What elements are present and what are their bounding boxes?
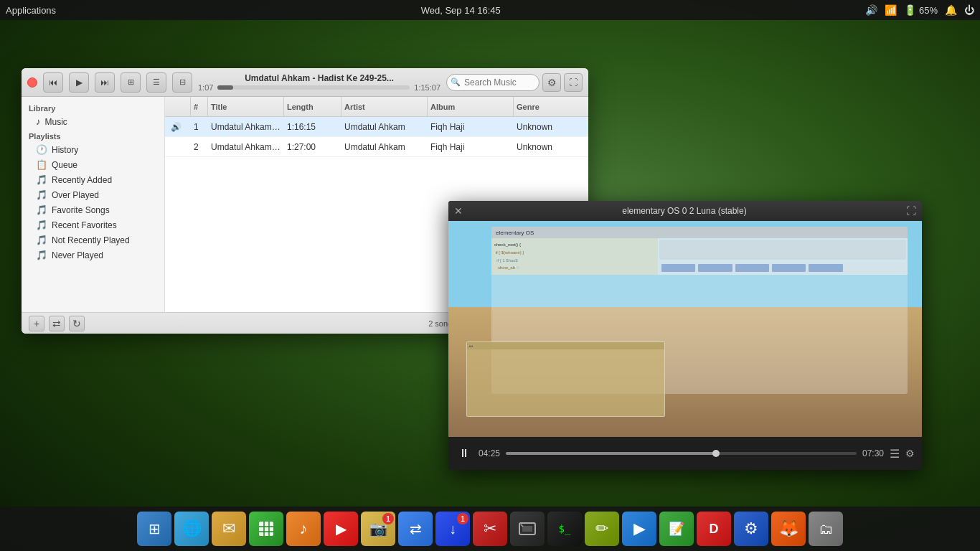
- taskbar-icon-toggle[interactable]: ⇄: [398, 512, 433, 546]
- taskbar-icon-midori[interactable]: 🌐: [174, 512, 209, 546]
- library-section-label: Library: [22, 101, 164, 114]
- sidebar-item-recent-favorites-label: Recent Favorites: [52, 220, 117, 230]
- battery-icon: 🔋: [904, 4, 916, 16]
- grid-view-button[interactable]: ⊞: [121, 72, 141, 93]
- close-button[interactable]: ✕: [27, 77, 37, 88]
- recent-favorites-icon: 🎵: [36, 220, 47, 230]
- taskbar-icon-music[interactable]: ♪: [286, 512, 321, 546]
- row-album: Fiqh Haji: [428, 122, 514, 132]
- settings-button[interactable]: ⚙: [542, 73, 561, 92]
- video-progress-bar[interactable]: [506, 452, 857, 455]
- search-icon: 🔍: [451, 77, 461, 87]
- music-titlebar: ✕ ⏮ ▶ ⏭ ⊞ ☰ ⊟ Umdatul Ahkam - Hadist Ke …: [22, 68, 588, 97]
- video-player-window: ✕ elementary OS 0 2 Luna (stable) ⛶ elem…: [448, 201, 922, 470]
- th-number: #: [191, 97, 208, 116]
- sidebar-item-never-played[interactable]: 🎵 Never Played: [22, 248, 164, 263]
- maximize-button[interactable]: ⛶: [564, 73, 583, 92]
- taskbar-icon-download[interactable]: ↓ 1: [435, 512, 470, 546]
- sidebar-item-history[interactable]: 🕐 History: [22, 142, 164, 157]
- taskbar-icon-multitasking[interactable]: ⊞: [137, 512, 171, 546]
- video-progress-fill: [506, 452, 716, 455]
- progress-bar[interactable]: [217, 85, 410, 90]
- datetime-display: Wed, Sep 14 16:45: [421, 5, 501, 16]
- video-current-time: 04:25: [479, 448, 500, 458]
- taskbar-icon-screen-capture[interactable]: [510, 512, 545, 546]
- song-title: Umdatul Ahkam - Hadist Ke 249-25...: [198, 73, 440, 83]
- taskbar-icon-leafpad[interactable]: 📝: [659, 512, 694, 546]
- sidebar-item-queue[interactable]: 📋 Queue: [22, 157, 164, 172]
- repeat-button[interactable]: ↻: [69, 316, 85, 331]
- add-button[interactable]: +: [29, 316, 44, 331]
- video-title: elementary OS 0 2 Luna (stable): [468, 206, 900, 216]
- row-length: 1:16:15: [284, 122, 341, 132]
- column-view-button[interactable]: ⊟: [172, 72, 192, 93]
- badge-download: 1: [457, 513, 468, 524]
- table-row[interactable]: 2 Umdatul Ahkam - H 1:27:00 Umdatul Ahka…: [165, 137, 588, 157]
- svg-line-7: [521, 524, 523, 527]
- prev-button[interactable]: ⏮: [43, 72, 63, 93]
- video-playlist-button[interactable]: ☰: [890, 447, 900, 461]
- sidebar-item-recently-added[interactable]: 🎵 Recently Added: [22, 172, 164, 187]
- taskbar-icon-video-player[interactable]: ▶: [622, 512, 656, 546]
- shuffle-button[interactable]: ⇄: [49, 316, 65, 331]
- sidebar-item-favorite-songs-label: Favorite Songs: [52, 205, 110, 215]
- song-progress-row: 1:07 1:15:07: [198, 83, 440, 92]
- taskbar-icon-dash[interactable]: D: [697, 512, 731, 546]
- sidebar-item-recent-favorites[interactable]: 🎵 Recent Favorites: [22, 217, 164, 232]
- sidebar-item-over-played-label: Over Played: [52, 190, 99, 200]
- volume-icon[interactable]: 🔊: [865, 4, 877, 16]
- taskbar-icon-spreadsheet[interactable]: [249, 512, 283, 546]
- table-row[interactable]: 🔊 1 Umdatul Ahkam - H 1:16:15 Umdatul Ah…: [165, 117, 588, 137]
- video-total-time: 07:30: [862, 448, 884, 458]
- song-info: Umdatul Ahkam - Hadist Ke 249-25... 1:07…: [198, 73, 440, 92]
- sidebar-item-not-recently-played[interactable]: 🎵 Not Recently Played: [22, 232, 164, 248]
- th-length: Length: [284, 97, 341, 116]
- sidebar-item-over-played[interactable]: 🎵 Over Played: [22, 187, 164, 202]
- search-wrapper: 🔍: [446, 74, 540, 91]
- video-screenshot: elementary OS check_root() { if [ $(whoa…: [448, 221, 922, 437]
- taskbar-icon-youtube[interactable]: ▶: [324, 512, 358, 546]
- taskbar-icon-file-manager[interactable]: 🗂: [809, 512, 843, 546]
- wifi-icon: 📶: [885, 4, 897, 16]
- sidebar-item-music[interactable]: ♪ Music: [22, 114, 164, 129]
- playlists-section-label: Playlists: [22, 129, 164, 142]
- notification-icon[interactable]: 🔔: [945, 4, 957, 16]
- row-artist: Umdatul Ahkam: [341, 142, 428, 152]
- taskbar-icon-scissors[interactable]: ✂: [473, 512, 507, 546]
- video-titlebar: ✕ elementary OS 0 2 Luna (stable) ⛶: [448, 201, 922, 221]
- titlebar-right: 🔍 ⚙ ⛶: [446, 73, 583, 92]
- power-icon[interactable]: ⏻: [964, 4, 974, 16]
- video-close-button[interactable]: ✕: [454, 205, 463, 217]
- row-number: 2: [191, 142, 208, 152]
- video-pause-button[interactable]: ⏸: [456, 447, 473, 460]
- sidebar-item-queue-label: Queue: [52, 160, 77, 170]
- favorite-songs-icon: 🎵: [36, 204, 47, 215]
- row-length: 1:27:00: [284, 142, 341, 152]
- svg-rect-6: [522, 526, 532, 532]
- taskbar-icon-mail[interactable]: ✉: [212, 512, 246, 546]
- badge-photos: 1: [382, 513, 394, 524]
- table-header: # Title Length Artist Album Genre: [165, 97, 588, 117]
- row-genre: Unknown: [514, 122, 585, 132]
- th-title: Title: [208, 97, 284, 116]
- recently-added-icon: 🎵: [36, 174, 47, 185]
- sidebar-item-music-label: Music: [45, 117, 67, 127]
- video-maximize-button[interactable]: ⛶: [906, 205, 916, 217]
- sidebar-item-favorite-songs[interactable]: 🎵 Favorite Songs: [22, 202, 164, 217]
- play-button[interactable]: ▶: [69, 72, 89, 93]
- taskbar-icon-firefox[interactable]: 🦊: [771, 512, 806, 546]
- applications-menu[interactable]: Applications: [6, 5, 56, 16]
- taskbar-icon-terminal[interactable]: $_: [547, 512, 582, 546]
- not-recently-played-icon: 🎵: [36, 235, 47, 245]
- list-view-button[interactable]: ☰: [146, 72, 166, 93]
- statusbar-left: + ⇄ ↻: [29, 316, 85, 331]
- row-album: Fiqh Haji: [428, 142, 514, 152]
- taskbar-icon-inkscape[interactable]: ✏: [585, 512, 619, 546]
- video-settings-button[interactable]: ⚙: [905, 448, 915, 459]
- playing-indicator: 🔊: [168, 122, 191, 132]
- svg-rect-0: [259, 522, 273, 536]
- next-button[interactable]: ⏭: [95, 72, 115, 93]
- taskbar-icon-photos[interactable]: 📷 1: [361, 512, 395, 546]
- taskbar-icon-tweak[interactable]: ⚙: [734, 512, 768, 546]
- total-time: 1:15:07: [414, 83, 440, 92]
